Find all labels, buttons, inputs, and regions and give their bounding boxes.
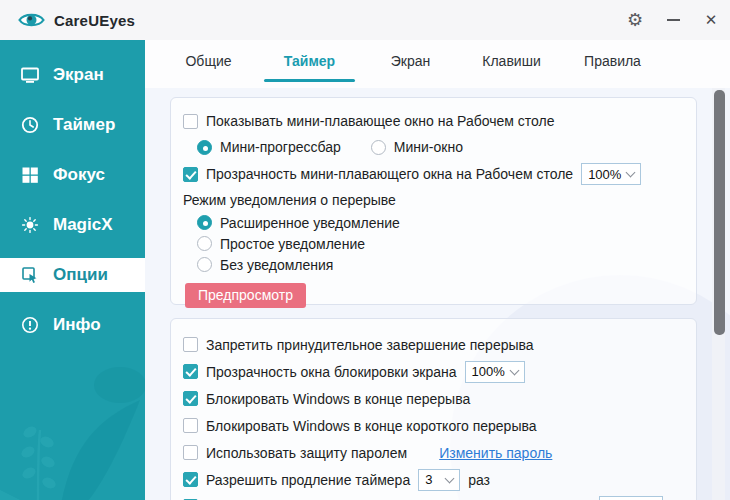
clock-icon xyxy=(20,115,40,135)
close-icon[interactable]: ✕ xyxy=(692,0,730,40)
pause-timer-row: Приостановить таймер, если мышь неподвиж… xyxy=(183,493,684,500)
notify-simple-row: Простое уведомление xyxy=(197,233,684,254)
lock-windows-break-label: Блокировать Windows в конце перерыва xyxy=(206,391,470,407)
extend-timer-row: Разрешить продление таймера 3 раз xyxy=(183,466,684,493)
lock-windows-short-label: Блокировать Windows в конце короткого пе… xyxy=(206,418,537,434)
lock-transparency-checkbox[interactable] xyxy=(183,364,198,379)
sidebar-item-info[interactable]: Инфо xyxy=(0,300,145,350)
sidebar-item-screen[interactable]: Экран xyxy=(0,50,145,100)
notify-simple-label: Простое уведомление xyxy=(220,236,365,252)
lock-windows-short-row: Блокировать Windows в конце короткого пе… xyxy=(183,412,684,439)
app-logo: CareUEyes xyxy=(18,9,135,31)
cursor-options-icon xyxy=(20,265,40,285)
show-mini-window-row: Показывать мини-плавающее окно на Рабоче… xyxy=(183,108,684,134)
sidebar: Экран Таймер xyxy=(0,40,145,500)
notify-mode-row: Режим уведомления о перерыве xyxy=(183,188,684,212)
password-row: Использовать защиту паролем Изменить пар… xyxy=(183,439,684,466)
sidebar-item-label: Экран xyxy=(53,65,104,85)
notify-simple-radio[interactable] xyxy=(197,236,212,251)
sidebar-item-label: Фокус xyxy=(53,165,105,185)
forbid-skip-row: Запретить принудительное завершение пере… xyxy=(183,331,684,358)
mini-transparency-checkbox[interactable] xyxy=(183,167,198,182)
lock-transparency-row: Прозрачность окна блокировки экрана 100% xyxy=(183,358,684,385)
sidebar-item-label: Инфо xyxy=(53,315,101,335)
chevron-down-icon xyxy=(509,365,519,375)
window-controls: ⚙ ✕ xyxy=(616,0,730,40)
sidebar-item-focus[interactable]: Фокус xyxy=(0,150,145,200)
monitor-icon xyxy=(20,65,40,85)
mini-transparency-dropdown[interactable]: 100% xyxy=(581,163,641,185)
gear-icon[interactable]: ⚙ xyxy=(616,0,654,40)
tabs-bar: Общие Таймер Экран Клавиши Правила xyxy=(145,40,730,88)
show-mini-window-label: Показывать мини-плавающее окно на Рабоче… xyxy=(206,113,555,129)
extend-timer-suffix: раз xyxy=(468,472,490,488)
extend-timer-label: Разрешить продление таймера xyxy=(206,472,410,488)
tab-screen[interactable]: Экран xyxy=(360,42,461,80)
tab-general[interactable]: Общие xyxy=(158,42,259,80)
tab-timer[interactable]: Таймер xyxy=(259,42,360,80)
notify-none-row: Без уведомления xyxy=(197,254,684,275)
preview-button[interactable]: Предпросмотр xyxy=(185,283,306,308)
forbid-skip-checkbox[interactable] xyxy=(183,337,198,352)
lock-transparency-label: Прозрачность окна блокировки экрана xyxy=(206,364,457,380)
info-icon xyxy=(20,315,40,335)
lock-windows-break-checkbox[interactable] xyxy=(183,391,198,406)
mini-window-panel: Показывать мини-плавающее окно на Рабоче… xyxy=(170,97,697,305)
extend-timer-value: 3 xyxy=(425,472,432,487)
break-options-panel: Запретить принудительное завершение пере… xyxy=(170,318,697,500)
minimize-icon[interactable] xyxy=(654,0,692,40)
notify-mode-label: Режим уведомления о перерыве xyxy=(183,192,396,208)
notify-extended-row: Расширенное уведомление xyxy=(197,212,684,233)
mini-progressbar-label: Мини-прогрессбар xyxy=(220,139,341,155)
tab-keys[interactable]: Клавиши xyxy=(461,42,562,80)
leaf-decoration xyxy=(0,330,145,500)
sidebar-item-options[interactable]: Опции xyxy=(0,250,145,300)
lock-transparency-dropdown[interactable]: 100% xyxy=(465,361,525,383)
password-label: Использовать защиту паролем xyxy=(206,445,407,461)
sidebar-item-label: Таймер xyxy=(53,115,115,135)
chevron-down-icon xyxy=(626,168,636,178)
title-bar: CareUEyes ⚙ ✕ xyxy=(0,0,730,40)
notify-none-radio[interactable] xyxy=(197,257,212,272)
extend-timer-dropdown[interactable]: 3 xyxy=(418,469,460,491)
sidebar-nav: Экран Таймер xyxy=(0,40,145,350)
mini-progressbar-radio[interactable] xyxy=(197,140,212,155)
forbid-skip-label: Запретить принудительное завершение пере… xyxy=(206,337,534,353)
sidebar-item-timer[interactable]: Таймер xyxy=(0,100,145,150)
lock-windows-break-row: Блокировать Windows в конце перерыва xyxy=(183,385,684,412)
app-title: CareUEyes xyxy=(54,12,135,29)
show-mini-window-checkbox[interactable] xyxy=(183,114,198,129)
mini-window-radio[interactable] xyxy=(371,140,386,155)
sidebar-item-label: Опции xyxy=(53,265,108,285)
sidebar-item-magicx[interactable]: MagicX xyxy=(0,200,145,250)
chevron-down-icon xyxy=(445,473,455,483)
scrollbar-thumb[interactable] xyxy=(714,90,725,335)
sidebar-item-label: MagicX xyxy=(53,215,113,235)
eye-logo-icon xyxy=(18,9,45,31)
pause-timer-input[interactable] xyxy=(599,496,663,500)
notify-extended-radio[interactable] xyxy=(197,215,212,230)
sun-icon xyxy=(20,215,40,235)
mini-window-label: Мини-окно xyxy=(394,139,463,155)
mini-transparency-row: Прозрачность мини-плавающего окна на Раб… xyxy=(183,160,684,188)
extend-timer-checkbox[interactable] xyxy=(183,472,198,487)
tab-rules[interactable]: Правила xyxy=(562,42,663,80)
app-window: CareUEyes ⚙ ✕ xyxy=(0,0,730,500)
notify-none-label: Без уведомления xyxy=(220,257,333,273)
password-checkbox[interactable] xyxy=(183,445,198,460)
mini-transparency-label: Прозрачность мини-плавающего окна на Раб… xyxy=(206,166,573,182)
change-password-link[interactable]: Изменить пароль xyxy=(439,445,552,461)
windows-icon xyxy=(20,165,40,185)
mini-mode-radio-group: Мини-прогрессбар Мини-окно xyxy=(197,134,684,160)
mini-transparency-value: 100% xyxy=(588,167,621,182)
lock-windows-short-checkbox[interactable] xyxy=(183,418,198,433)
notify-extended-label: Расширенное уведомление xyxy=(220,215,400,231)
lock-transparency-value: 100% xyxy=(472,364,505,379)
